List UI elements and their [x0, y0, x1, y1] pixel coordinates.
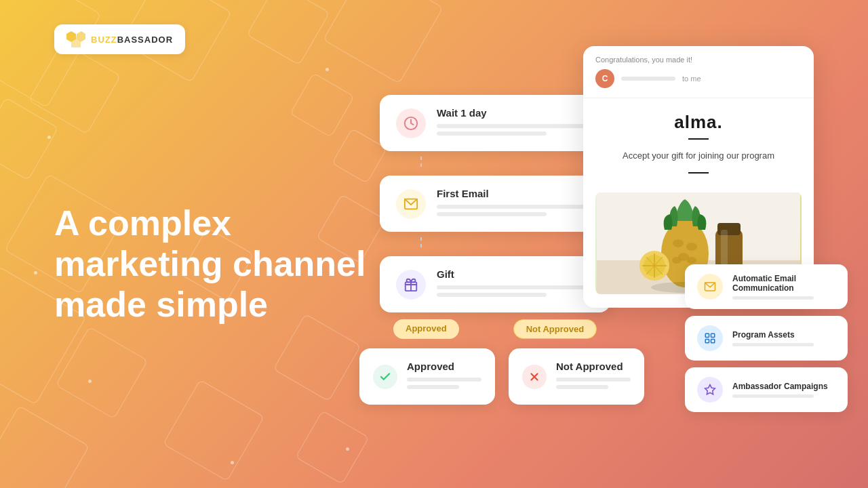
from-line	[621, 77, 675, 81]
approved-content: Approved	[407, 361, 481, 392]
svg-marker-33	[705, 385, 715, 394]
feature-campaigns-title: Ambassador Campaigns	[732, 382, 828, 391]
svg-point-13	[673, 239, 684, 247]
svg-rect-31	[705, 340, 709, 343]
decision-card-not-approved: Not Approved	[509, 348, 644, 405]
feature-email-text: Automatic Email Communication	[732, 274, 835, 300]
feature-assets-icon	[697, 325, 723, 351]
not-approved-bar	[556, 378, 631, 382]
email-subject: Congratulations, you made it!	[595, 56, 802, 64]
connector-1	[420, 157, 422, 170]
not-approved-bar-2	[556, 385, 608, 389]
envelope-icon	[396, 189, 426, 219]
approved-bar-2	[407, 385, 459, 389]
approved-bar	[407, 378, 481, 382]
feature-campaigns-icon	[697, 377, 723, 403]
feature-campaigns-bar	[732, 394, 814, 398]
logo: BUZZBASSADOR	[54, 24, 185, 54]
svg-point-16	[672, 257, 682, 264]
dot-decoration	[47, 136, 51, 139]
approved-badge: Approved	[393, 319, 459, 339]
sender-avatar: C	[595, 69, 614, 88]
not-approved-content: Not Approved	[556, 361, 631, 392]
wait-card-content: Wait 1 day	[437, 107, 594, 139]
wait-bar-2	[437, 131, 547, 136]
dot-decoration	[34, 271, 37, 274]
workflow-card-wait: Wait 1 day	[380, 95, 610, 151]
status-row: Approved Not Approved	[393, 319, 665, 339]
wait-bar-1	[437, 124, 594, 128]
dot-decoration	[88, 380, 92, 383]
email-card-content: First Email	[437, 188, 594, 220]
gift-card-title: Gift	[437, 268, 594, 280]
dot-decoration	[346, 447, 349, 451]
wait-card-title: Wait 1 day	[437, 107, 594, 119]
svg-rect-32	[711, 340, 715, 343]
decision-row: Approved Not Approved	[359, 348, 665, 405]
svg-rect-29	[705, 333, 709, 337]
svg-rect-30	[711, 333, 715, 337]
email-from-row: C to me	[595, 69, 802, 88]
feature-assets-title: Program Assets	[732, 330, 814, 340]
feature-card-email: Automatic Email Communication	[685, 264, 848, 309]
workflow-card-email: First Email	[380, 176, 610, 232]
alma-divider-2	[688, 172, 709, 174]
email-card-title: First Email	[437, 188, 594, 199]
email-copy-text: Accept your gift for joining our program	[595, 149, 802, 163]
x-icon	[522, 365, 547, 389]
check-icon	[373, 365, 397, 389]
email-header: Congratulations, you made it! C to me	[583, 46, 814, 98]
alma-brand: alma.	[595, 112, 802, 133]
dot-decoration	[326, 68, 329, 71]
svg-point-17	[687, 257, 696, 264]
not-approved-title: Not Approved	[556, 361, 631, 372]
feature-assets-text: Program Assets	[732, 330, 814, 346]
from-label: to me	[682, 75, 701, 83]
logo-text: BUZZBASSADOR	[91, 35, 173, 45]
dot-decoration	[231, 461, 234, 464]
headline: A complex marketing channel made simple	[54, 203, 380, 325]
feature-campaigns-text: Ambassador Campaigns	[732, 382, 828, 398]
gift-card-content: Gift	[437, 268, 594, 300]
logo-icon	[66, 31, 85, 47]
feature-cards: Automatic Email Communication Program As…	[685, 264, 848, 412]
gift-bar-1	[437, 285, 594, 289]
feature-email-title: Automatic Email Communication	[732, 274, 835, 293]
decision-card-approved: Approved	[359, 348, 495, 405]
gift-bar-2	[437, 293, 547, 297]
connector-2	[420, 237, 422, 251]
feature-assets-bar	[732, 343, 814, 346]
feature-card-assets: Program Assets	[685, 316, 848, 361]
feature-email-icon	[697, 274, 723, 300]
email-bar-2	[437, 212, 547, 216]
feature-email-bar	[732, 296, 814, 300]
clock-icon	[396, 108, 426, 138]
feature-card-campaigns: Ambassador Campaigns	[685, 367, 848, 412]
not-approved-badge: Not Approved	[513, 319, 597, 339]
approved-title: Approved	[407, 361, 481, 372]
email-bar-1	[437, 205, 594, 209]
alma-divider	[688, 138, 709, 140]
svg-point-14	[686, 243, 697, 251]
gift-icon	[396, 270, 426, 300]
workflow-card-gift: Gift	[380, 256, 610, 312]
buzz-icon	[66, 31, 85, 47]
